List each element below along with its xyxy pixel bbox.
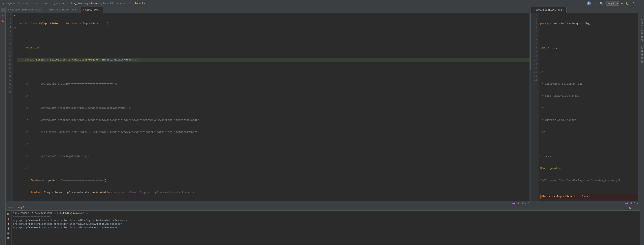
bottom-tab-bar: Run: App6 ✕ ⚙ — [6, 205, 640, 211]
run-output-line1: ========================== [13, 215, 638, 219]
bottom-tab-app6[interactable]: App6 [17, 205, 25, 211]
tab-menu-left[interactable]: ⋮ [525, 8, 531, 11]
tab-icon-springconfig: J [47, 9, 49, 11]
warn-count-left: ▲3 [512, 202, 515, 204]
breadcrumb: springboot_27_bean_init › src › main › j… [2, 2, 587, 5]
run-button[interactable]: ▶ [621, 1, 623, 5]
right-editor-content[interactable]: 1 2 3 9 10 11 12 13 14 15 16 17 18 [531, 13, 640, 201]
tab-icon-springconfig6: J [533, 9, 535, 11]
bottom-content: "D:\Program Files\Java\jdk1.8.0_333\bin\… [12, 211, 640, 245]
tab-icon-app6: m [82, 9, 84, 11]
left-editor-content[interactable]: 16 17 18 19 20 21 22 23 24 25 26 27 28 2… [6, 13, 531, 201]
vcs-button[interactable]: ⎇ [592, 1, 597, 5]
scroll-end-btn[interactable]: ⬇ [6, 222, 10, 226]
left-line-numbers: 16 17 18 19 20 21 22 23 24 25 26 27 28 2… [6, 13, 13, 201]
left-scrollbar[interactable] [530, 13, 531, 201]
sidebar-label-maven[interactable]: Maven [641, 19, 643, 26]
breadcrumb-bean: bean [91, 2, 97, 5]
bottom-minimize-btn[interactable]: — [634, 206, 638, 210]
editor-area: J MyImportSelector.java ✕ J SpringConfig… [6, 7, 640, 245]
right-tab-bar: J SpringConfig6.java ✕ ⋮ [531, 7, 640, 13]
bottom-tab-right: ⚙ — [628, 206, 638, 210]
left-warnings-bar: ▲3 ✕1 ✓2 ∧ ∨ [6, 201, 531, 205]
debug-button[interactable]: 🐛 [625, 1, 630, 5]
right-code-content[interactable]: package com.dingjiaxiong.config; import … [538, 13, 638, 201]
bottom-panel: Run: App6 ✕ ⚙ — ▶ ■ ⬇ ⬆ ⊟ ⊞ [6, 205, 640, 245]
tab-springconfig6-right[interactable]: J SpringConfig6.java ✕ [531, 7, 566, 13]
avatar-icon[interactable]: U [587, 1, 591, 5]
more-button[interactable]: ⋯ [638, 1, 642, 5]
tab-label-springconfig: SpringConfig6.java [50, 8, 76, 11]
right-scrollbar[interactable] [638, 13, 640, 201]
main-layout: P ⊞ 🔖 J MyImportSelector.java ✕ J Spring… [0, 7, 644, 245]
tab-close-app6[interactable]: ✕ [100, 9, 100, 11]
right-warnings-bar: ▲3 ✕1 ∧ ∨ [531, 201, 640, 205]
sidebar-icon-structure[interactable]: ⊞ [0, 13, 5, 18]
fold-btn[interactable]: ⊟ [6, 231, 10, 235]
nav-up-right[interactable]: ∧ [634, 202, 635, 204]
right-sidebar: Maven Database Notifications [640, 7, 644, 245]
left-sidebar: P ⊞ 🔖 [0, 7, 6, 245]
left-code-content[interactable]: public class MyImportSelector implements… [17, 13, 530, 201]
right-code-pane: J SpringConfig6.java ✕ ⋮ 1 2 3 9 10 [531, 7, 640, 205]
tab-menu-right[interactable]: ⋮ [634, 8, 640, 11]
stop-btn[interactable]: ■ [6, 217, 10, 221]
sidebar-icon-bookmark[interactable]: 🔖 [0, 19, 5, 23]
run-output-line2: org.springframework.context.annotation.i… [13, 219, 638, 222]
tab-app6[interactable]: m App6.java ✕ [80, 7, 103, 13]
sidebar-icon-project[interactable]: P [0, 8, 5, 12]
nav-down-right[interactable]: ∨ [637, 202, 638, 204]
breadcrumb-main: main [46, 2, 51, 5]
tab-close-springconfig[interactable]: ✕ [77, 9, 78, 11]
nav-down-left[interactable]: ∨ [528, 202, 530, 204]
left-gutter: ▶ ⬆@ [13, 13, 17, 201]
bottom-tab-app6-close[interactable]: ✕ [28, 207, 29, 209]
bottom-tab-run-label: Run: [7, 205, 14, 211]
sidebar-label-database[interactable]: Database [641, 30, 643, 41]
err-count-right: ✕1 [630, 202, 632, 204]
breadcrumb-cls[interactable]: MyImportSelector [100, 2, 123, 5]
build-button[interactable]: 🔨 [631, 1, 636, 5]
editors-split: J MyImportSelector.java ✕ J SpringConfig… [6, 7, 640, 205]
top-bar-right: U ⎇ 🔍 App6 ▶ 🐛 🔨 ⋯ [587, 1, 642, 6]
ok-count-left: ✓2 [521, 202, 524, 204]
bottom-main: ▶ ■ ⬇ ⬆ ⊟ ⊞ "D:\Program Files\Java\jdk1.… [6, 211, 640, 245]
breadcrumb-com: com [63, 2, 68, 5]
run-again-btn[interactable]: ▶ [6, 212, 10, 216]
scroll-start-btn[interactable]: ⬆ [6, 227, 10, 231]
err-count-left: ✕1 [516, 202, 519, 204]
breadcrumb-pkg: dingjiaxiong [71, 2, 88, 5]
bottom-settings-btn[interactable]: ⚙ [628, 206, 632, 210]
search-everywhere-button[interactable]: 🔍 [599, 1, 604, 5]
tab-myimportselector[interactable]: J MyImportSelector.java ✕ [6, 7, 45, 13]
tab-icon-myimport: J [8, 9, 9, 11]
breadcrumb-java: java [54, 2, 60, 5]
breadcrumb-method: selectImports [126, 2, 145, 5]
left-code-pane: J MyImportSelector.java ✕ J SpringConfig… [6, 7, 531, 205]
bottom-toolbar: ▶ ■ ⬇ ⬆ ⊟ ⊞ [6, 211, 12, 245]
warn-count-right: ▲3 [625, 202, 628, 204]
tab-label-app6: App6.java [85, 9, 98, 11]
breadcrumb-project[interactable]: springboot_27_bean_init [2, 2, 35, 5]
sidebar-label-notifications[interactable]: Notifications [641, 45, 643, 63]
tab-close-myimport[interactable]: ✕ [42, 9, 43, 11]
run-output-line4: org.springframework.context.annotation.i… [13, 226, 638, 230]
run-path: "D:\Program Files\Java\jdk1.8.0_333\bin\… [13, 212, 638, 215]
wrap-btn[interactable]: ⊞ [6, 236, 10, 240]
tab-springconfig[interactable]: J SpringConfig6.java ✕ [45, 7, 80, 13]
tab-close-springconfig6[interactable]: ✕ [563, 9, 564, 11]
breadcrumb-src: src [38, 2, 42, 5]
right-line-numbers: 1 2 3 9 10 11 12 13 14 15 16 17 18 [531, 13, 538, 201]
top-bar: springboot_27_bean_init › src › main › j… [0, 0, 644, 7]
tab-label-springconfig6: SpringConfig6.java [536, 9, 562, 11]
run-config-dropdown[interactable]: App6 [606, 1, 619, 6]
tab-label-myimport: MyImportSelector.java [10, 8, 41, 11]
run-output-line3: org.springframework.context.annotation.i… [13, 222, 638, 226]
left-tab-bar: J MyImportSelector.java ✕ J SpringConfig… [6, 7, 531, 13]
nav-up-left[interactable]: ∧ [525, 202, 527, 204]
bottom-tab-app6-label: App6 [18, 206, 24, 209]
